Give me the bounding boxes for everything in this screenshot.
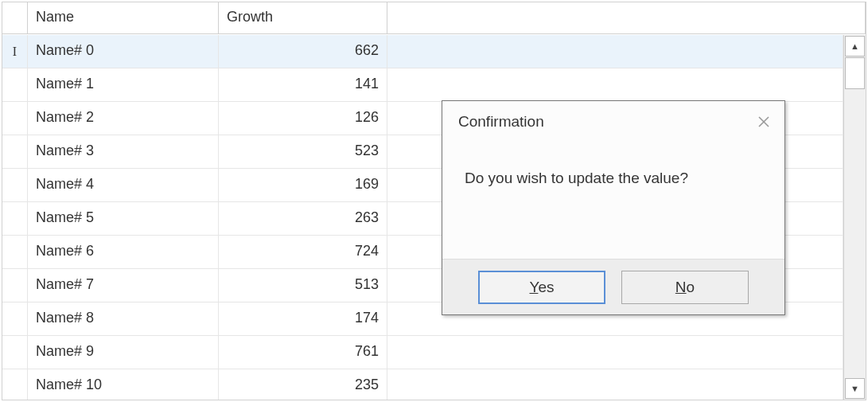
cell-empty — [387, 369, 843, 400]
no-button[interactable]: No — [621, 271, 749, 304]
row-indicator — [2, 236, 28, 268]
cell-name[interactable]: Name# 2 — [28, 102, 219, 135]
column-header-growth[interactable]: Growth — [219, 2, 387, 33]
row-indicator — [2, 135, 28, 168]
cell-growth[interactable]: 235 — [219, 369, 387, 400]
close-icon — [758, 116, 769, 127]
cell-growth[interactable]: 174 — [219, 302, 387, 335]
column-header-empty — [387, 2, 866, 33]
confirmation-dialog: Confirmation Do you wish to update the v… — [442, 100, 785, 315]
cell-empty — [387, 68, 843, 101]
cell-name[interactable]: Name# 7 — [28, 269, 219, 302]
cell-growth[interactable]: 513 — [219, 269, 387, 302]
cell-growth[interactable]: 126 — [219, 102, 387, 135]
cell-empty — [387, 336, 843, 369]
row-indicator — [2, 369, 28, 400]
row-indicator — [2, 336, 28, 369]
yes-button[interactable]: Yes — [478, 271, 605, 304]
table-row[interactable]: Name# 10235 — [2, 369, 843, 400]
row-indicator-header — [2, 2, 28, 33]
scroll-down-button[interactable]: ▼ — [845, 378, 865, 399]
row-indicator — [2, 68, 28, 101]
cell-name[interactable]: Name# 1 — [28, 68, 219, 101]
dialog-close-button[interactable] — [754, 112, 773, 131]
caret-up-icon: ▲ — [850, 41, 859, 51]
row-indicator — [2, 169, 28, 201]
caret-down-icon: ▼ — [850, 384, 859, 393]
dialog-button-bar: Yes No — [442, 259, 784, 314]
cell-name[interactable]: Name# 8 — [28, 302, 219, 335]
dialog-title: Confirmation — [458, 113, 754, 131]
cell-name[interactable]: Name# 10 — [28, 369, 219, 400]
scrollbar-thumb[interactable] — [845, 57, 865, 89]
cell-growth[interactable]: 724 — [219, 236, 387, 268]
cell-empty — [387, 35, 843, 68]
cell-name[interactable]: Name# 4 — [28, 169, 219, 201]
scrollbar-track[interactable] — [844, 57, 866, 377]
dialog-titlebar: Confirmation — [442, 101, 784, 138]
edit-cursor-icon: I — [13, 45, 17, 59]
row-indicator — [2, 302, 28, 335]
column-header-name[interactable]: Name — [28, 2, 219, 33]
table-row[interactable]: Name# 9761 — [2, 336, 843, 369]
cell-name[interactable]: Name# 6 — [28, 236, 219, 268]
cell-growth[interactable]: 761 — [219, 336, 387, 369]
scroll-up-button[interactable]: ▲ — [845, 36, 865, 57]
table-row[interactable]: IName# 0662 — [2, 35, 843, 68]
cell-growth[interactable]: 263 — [219, 202, 387, 235]
cell-name[interactable]: Name# 5 — [28, 202, 219, 235]
dialog-message: Do you wish to update the value? — [442, 138, 784, 211]
yes-button-label: Yes — [529, 279, 554, 296]
row-indicator — [2, 102, 28, 135]
cell-name[interactable]: Name# 9 — [28, 336, 219, 369]
cell-growth[interactable]: 523 — [219, 135, 387, 168]
cell-name[interactable]: Name# 3 — [28, 135, 219, 168]
row-indicator — [2, 269, 28, 302]
no-button-label: No — [675, 279, 695, 296]
grid-header-row: Name Growth — [2, 2, 866, 34]
cell-growth[interactable]: 169 — [219, 169, 387, 201]
table-row[interactable]: Name# 1141 — [2, 68, 843, 102]
vertical-scrollbar[interactable]: ▲ ▼ — [843, 35, 866, 400]
row-indicator: I — [2, 35, 28, 68]
row-indicator — [2, 202, 28, 235]
cell-growth[interactable]: 662 — [219, 35, 387, 68]
cell-growth[interactable]: 141 — [219, 68, 387, 101]
cell-name[interactable]: Name# 0 — [28, 35, 219, 68]
